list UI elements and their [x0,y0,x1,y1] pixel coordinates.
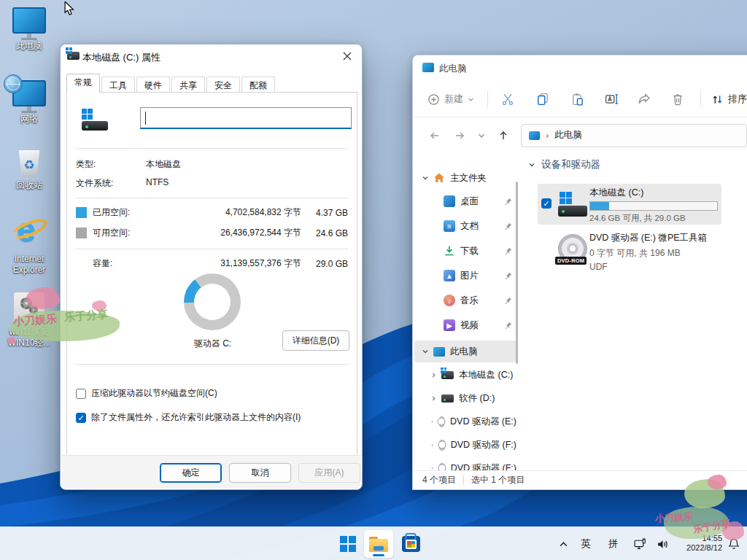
mouse-cursor [63,1,76,16]
tray-show-hidden[interactable] [559,527,568,560]
collapsed-icon[interactable] [430,465,434,471]
content-pane: 设备和驱动器 ✓ 本地磁盘 (C:) 24.6 GB 可用, 共 29.0 GB [522,152,747,470]
section-header[interactable]: 设备和驱动器 [528,158,600,171]
desktop-icon-recycle-bin[interactable]: ♻ 回收站 [6,150,53,191]
collapsed-icon[interactable] [430,395,437,402]
tray-network[interactable] [633,527,647,560]
dialog-titlebar[interactable]: 本地磁盘 (C:) 属性 [61,44,362,68]
drive-item-c[interactable]: ✓ 本地磁盘 (C:) 24.6 GB 可用, 共 29.0 GB [538,184,721,225]
nav-item-label: 桌面 [460,195,479,208]
checkbox-checked[interactable]: ✓ [76,413,86,423]
nav-scrollbar[interactable] [516,182,518,364]
tab-sharing[interactable]: 共享 [171,77,205,93]
expand-icon[interactable] [422,174,429,182]
network-icon [12,80,46,106]
tray-volume[interactable] [656,527,670,560]
nav-music[interactable]: ♪ 音乐 [414,289,516,311]
taskbar-store[interactable] [396,530,425,558]
fs-value: NTFS [146,177,169,190]
volume-label-input[interactable] [140,107,352,129]
paste-icon[interactable] [571,93,584,106]
drive-item-dvd-e[interactable]: DVD-ROM DVD 驱动器 (E:) 微PE工具箱 0 字节 可用, 共 1… [538,229,721,271]
tab-tools[interactable]: 工具 [101,77,135,93]
collapsed-icon[interactable] [430,372,437,378]
nav-downloads[interactable]: 下载 [414,240,516,262]
history-chevron-icon[interactable] [477,131,486,140]
usage-donut [184,273,241,330]
taskbar-file-explorer[interactable] [364,530,393,558]
breadcrumb-chevron: › [546,131,549,141]
section-collapse-icon[interactable] [528,161,535,168]
desktop-icon-this-pc[interactable]: 此电脑 [6,7,53,52]
tray-lang-english[interactable]: 英 [581,527,591,560]
ok-button[interactable]: 确定 [160,463,222,483]
apply-button[interactable]: 应用(A) [298,463,360,483]
checkbox-unchecked[interactable] [76,389,86,399]
nav-pane: 主文件夹 桌面 ≡ 文档 下载 ▲ 图片 [413,152,519,470]
nav-dvd-f2[interactable]: DVD 驱动器 (F:) [414,457,516,470]
explorer-window: 此电脑 新建 [412,55,747,490]
store-icon [402,536,420,552]
used-bytes: 4,702,584,832 字节 [192,206,301,219]
dvd-caption: 0 字节 可用, 共 196 MB [589,247,707,260]
item-checkbox-checked[interactable]: ✓ [541,198,551,209]
nav-videos[interactable]: ▶ 视频 [414,314,516,336]
forward-icon[interactable] [454,130,465,141]
tray-notifications[interactable] [727,527,740,560]
tab-hardware[interactable]: 硬件 [136,77,170,93]
cancel-button[interactable]: 取消 [229,463,291,483]
tab-general[interactable]: 常规 [66,74,100,93]
nav-pictures[interactable]: ▲ 图片 [414,265,516,287]
share-icon[interactable] [638,93,651,106]
expand-icon[interactable] [422,348,429,355]
start-button[interactable] [333,530,363,558]
index-checkbox-row[interactable]: ✓ 除了文件属性外，还允许索引此驱动器上文件的内容(I) [76,411,301,424]
nav-this-pc[interactable]: 此电脑 [414,341,516,362]
tray-clock[interactable]: 14:55 2022/8/12 [677,527,722,560]
nav-documents[interactable]: ≡ 文档 [414,215,516,237]
back-icon[interactable] [429,130,441,141]
copy-icon[interactable] [536,93,549,106]
compress-checkbox-row[interactable]: 压缩此驱动器以节约磁盘空间(C) [76,387,217,400]
capacity-row: 容量: 31,139,557,376 字节 29.0 GB [76,257,348,270]
nav-dvd-f[interactable]: DVD 驱动器 (F:) [414,434,516,456]
drive-icon [67,52,80,60]
bell-icon [727,537,740,551]
delete-icon[interactable] [671,93,684,106]
rename-icon[interactable] [605,93,619,106]
sort-button[interactable]: 排序 [711,93,747,106]
nav-item-label: 下载 [460,245,479,257]
nav-home[interactable]: 主文件夹 [414,167,516,189]
tab-quota[interactable]: 配额 [241,77,275,93]
section-header-label: 设备和驱动器 [541,158,600,171]
tab-security[interactable]: 安全 [206,77,240,93]
desktop-icon-label: 回收站 [6,180,53,191]
up-icon[interactable] [498,130,509,141]
index-checkbox-label: 除了文件属性外，还允许索引此驱动器上文件的内容(I) [91,411,301,424]
tray-lang-pinyin[interactable]: 拼 [608,527,619,560]
explorer-titlebar[interactable]: 此电脑 [413,55,747,82]
details-button[interactable]: 详细信息(D) [282,330,349,351]
breadcrumb-item[interactable]: 此电脑 [554,129,582,141]
nav-dvd-e[interactable]: DVD 驱动器 (E:) [414,411,516,432]
collapsed-icon[interactable] [430,419,434,425]
nav-item-label: DVD 驱动器 (E:) [450,416,516,428]
new-button[interactable]: 新建 [427,93,474,106]
nav-drive-d[interactable]: 软件 (D:) [414,387,516,409]
used-color-swatch [76,207,87,218]
desktop-icon-win11-restore[interactable]: win11恢复 WIN10经... [6,292,53,349]
cut-icon[interactable] [501,93,514,106]
explorer-window-icon [422,63,434,72]
dialog-title: 本地磁盘 (C:) 属性 [82,51,160,64]
nav-drive-c[interactable]: 本地磁盘 (C:) [414,364,516,386]
desktop-icon-network[interactable]: 网络 [6,80,53,125]
this-pc-icon [12,7,46,34]
breadcrumb[interactable]: › 此电脑 [521,124,747,147]
address-bar: › 此电脑 [413,118,747,152]
close-icon[interactable] [337,47,357,65]
capacity-size: 29.0 GB [301,259,348,269]
collapsed-icon[interactable] [430,442,434,448]
nav-desktop[interactable]: 桌面 [414,190,516,212]
desktop-icon-internet-explorer[interactable]: e Internet Explorer [6,213,53,276]
drive-name: 本地磁盘 (C:) [589,187,718,199]
